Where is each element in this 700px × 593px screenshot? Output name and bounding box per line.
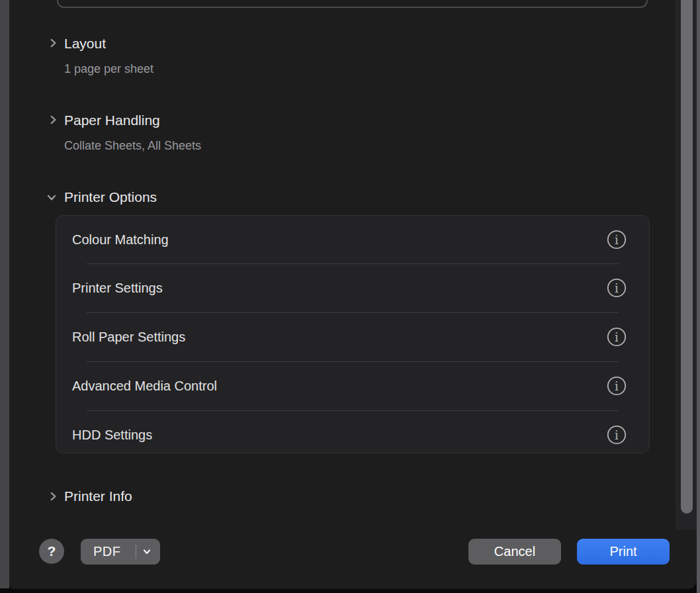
info-icon[interactable]: i xyxy=(607,230,627,250)
background-right-strip xyxy=(697,0,700,593)
info-icon[interactable]: i xyxy=(607,278,627,298)
option-row-advanced-media-control[interactable]: Advanced Media Control i xyxy=(56,362,649,410)
section-header-layout[interactable] xyxy=(47,37,59,49)
option-row-label: Colour Matching xyxy=(72,232,169,248)
option-row-label: HDD Settings xyxy=(72,428,152,443)
background-left-strip xyxy=(0,0,9,588)
svg-text:i: i xyxy=(615,233,619,247)
section-header-printer-options[interactable] xyxy=(46,191,58,203)
info-icon[interactable]: i xyxy=(607,327,627,347)
section-detail-paper-handling: Collate Sheets, All Sheets xyxy=(64,138,201,154)
scrollbar-track[interactable] xyxy=(676,0,697,529)
help-button[interactable]: ? xyxy=(39,539,64,564)
chevron-down-icon xyxy=(142,547,152,557)
pdf-dropdown-button[interactable]: PDF xyxy=(81,539,160,565)
option-row-label: Roll Paper Settings xyxy=(72,330,185,345)
pdf-button-separator xyxy=(136,545,136,559)
printer-options-panel: Colour Matching i Printer Settings i Rol… xyxy=(56,215,650,453)
option-row-printer-settings[interactable]: Printer Settings i xyxy=(56,264,649,312)
svg-text:i: i xyxy=(615,379,619,393)
chevron-right-icon xyxy=(47,490,59,502)
option-row-roll-paper-settings[interactable]: Roll Paper Settings i xyxy=(56,313,649,361)
print-button-label: Print xyxy=(609,544,636,559)
svg-text:i: i xyxy=(615,281,619,295)
scrollbar-thumb[interactable] xyxy=(681,0,693,514)
section-title-paper-handling[interactable]: Paper Handling xyxy=(64,111,160,130)
section-title-printer-options[interactable]: Printer Options xyxy=(64,188,157,206)
help-button-label: ? xyxy=(48,543,56,559)
svg-text:i: i xyxy=(615,330,619,344)
info-icon[interactable]: i xyxy=(607,376,627,396)
print-dialog-window: Layout 1 page per sheet Paper Handling C… xyxy=(9,0,697,589)
option-row-label: Printer Settings xyxy=(72,281,163,296)
info-icon[interactable]: i xyxy=(607,425,627,445)
print-button[interactable]: Print xyxy=(577,539,670,565)
section-header-printer-info[interactable] xyxy=(47,490,59,502)
section-detail-layout: 1 page per sheet xyxy=(64,61,153,77)
chevron-right-icon xyxy=(47,114,59,126)
section-title-printer-info[interactable]: Printer Info xyxy=(64,487,132,506)
chevron-right-icon xyxy=(47,37,59,49)
cancel-button-label: Cancel xyxy=(494,544,535,559)
option-row-label: Advanced Media Control xyxy=(72,379,217,394)
option-row-colour-matching[interactable]: Colour Matching i xyxy=(56,216,649,263)
cancel-button[interactable]: Cancel xyxy=(468,539,561,565)
option-row-hdd-settings[interactable]: HDD Settings i xyxy=(56,411,649,459)
cutoff-group-box xyxy=(57,0,648,8)
pdf-button-label: PDF xyxy=(93,544,121,559)
chevron-down-icon xyxy=(46,191,58,203)
svg-text:i: i xyxy=(615,428,619,442)
section-title-layout[interactable]: Layout xyxy=(64,34,106,53)
section-header-paper-handling[interactable] xyxy=(47,114,59,126)
